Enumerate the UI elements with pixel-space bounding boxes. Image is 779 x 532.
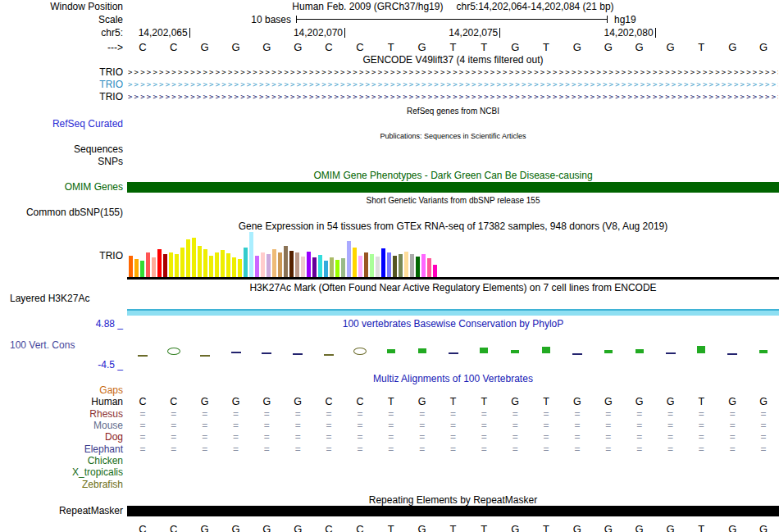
gtex-tissue-bar[interactable] <box>221 250 225 277</box>
species-label-chicken[interactable]: Chicken <box>0 455 123 466</box>
gtex-tissue-bar[interactable] <box>215 252 219 277</box>
alignment-match-mark: = <box>636 443 642 455</box>
phylop-track-label[interactable]: 100 Vert. Cons <box>10 339 75 351</box>
gtex-tissue-bar[interactable] <box>347 241 351 277</box>
dbsnp-track-title[interactable]: Short Genetic Variants from dbSNP releas… <box>127 196 779 205</box>
species-label-human[interactable]: Human <box>0 396 123 407</box>
gtex-tissue-bar[interactable] <box>232 257 236 277</box>
gtex-tissue-bar[interactable] <box>399 254 403 277</box>
repeatmasker-track-title[interactable]: Repeating Elements by RepeatMasker <box>127 494 779 506</box>
gtex-tissue-bar[interactable] <box>376 257 380 277</box>
gtex-tissue-bar[interactable] <box>255 256 259 277</box>
gtex-tissue-bar[interactable] <box>261 252 265 277</box>
gtex-tissue-bar[interactable] <box>203 249 207 277</box>
gtex-tissue-bar[interactable] <box>186 239 190 277</box>
gtex-tissue-bar[interactable] <box>169 252 173 277</box>
aligned-base: G <box>604 396 613 407</box>
gtex-tissue-bar[interactable] <box>370 254 374 277</box>
species-label-gaps[interactable]: Gaps <box>0 384 123 396</box>
gtex-tissue-bar[interactable] <box>152 257 156 277</box>
gtex-tissue-bar[interactable] <box>134 259 139 277</box>
alignment-match-mark: = <box>699 431 704 443</box>
gtex-tissue-bar[interactable] <box>180 248 184 277</box>
h3k27ac-signal-band[interactable] <box>127 311 779 316</box>
base-G: G <box>728 523 736 532</box>
gtex-tissue-bar[interactable] <box>353 248 357 277</box>
snps-label[interactable]: SNPs <box>0 156 123 167</box>
h3k27ac-label[interactable]: Layered H3K27Ac <box>10 293 89 304</box>
gene-label-trio[interactable]: TRIO <box>0 66 123 79</box>
dbsnp-label[interactable]: Common dbSNP(155) <box>0 207 123 218</box>
gene-label-trio[interactable]: TRIO <box>0 91 123 103</box>
gtex-tissue-bar[interactable] <box>146 252 150 277</box>
gtex-tissue-bar[interactable] <box>278 252 282 277</box>
species-label-zebrafish[interactable]: Zebrafish <box>0 479 123 490</box>
gtex-tissue-bar[interactable] <box>198 246 202 277</box>
gtex-tissue-bar[interactable] <box>284 246 288 277</box>
gtex-tissue-bar[interactable] <box>163 254 167 277</box>
gtex-tissue-bar[interactable] <box>209 256 213 277</box>
gtex-tissue-bar[interactable] <box>410 254 414 277</box>
multiz-track-title[interactable]: Multiz Alignments of 100 Vertebrates <box>127 373 779 384</box>
publications-track-title[interactable]: Publications: Sequences in Scientific Ar… <box>127 132 779 140</box>
omim-genes-label[interactable]: OMIM Genes <box>0 182 123 193</box>
gtex-tissue-bar[interactable] <box>416 257 420 277</box>
repeatmasker-element-bar[interactable] <box>127 506 779 516</box>
gene-model-intron-arrows[interactable]: >>>>>>>>>>>>>>>>>>>>>>>>>>>>>>>>>>>>>>>>… <box>128 66 778 79</box>
gtex-tissue-bar[interactable] <box>393 256 397 277</box>
gtex-tissue-bar[interactable] <box>341 258 345 277</box>
gene-label-trio[interactable]: TRIO <box>0 79 123 91</box>
gtex-tissue-bar[interactable] <box>266 254 271 277</box>
gencode-track-title[interactable]: GENCODE V49lift37 (4 items filtered out) <box>127 54 779 66</box>
gtex-tissue-bar[interactable] <box>295 252 299 277</box>
phylop-track-title[interactable]: 100 vertebrates Basewise Conservation by… <box>127 318 779 330</box>
refseq-curated-label[interactable]: RefSeq Curated <box>0 118 123 130</box>
sequences-label[interactable]: Sequences <box>0 143 123 155</box>
species-label-rhesus[interactable]: Rhesus <box>0 408 123 420</box>
gtex-tissue-bar[interactable] <box>358 256 362 277</box>
alignment-match-mark: = <box>512 408 518 420</box>
refseq-track-title[interactable]: RefSeq genes from NCBI <box>127 107 779 116</box>
gtex-tissue-bar[interactable] <box>238 259 242 277</box>
species-label-elephant[interactable]: Elephant <box>0 443 123 455</box>
gtex-tissue-bar[interactable] <box>335 260 339 277</box>
alignment-match-mark: = <box>326 431 332 443</box>
omim-gene-bar[interactable] <box>127 182 779 193</box>
gtex-tissue-bar[interactable] <box>381 248 385 277</box>
gtex-tissue-bar[interactable] <box>140 261 144 277</box>
gtex-tissue-bar[interactable] <box>312 257 317 277</box>
gtex-tissue-bar[interactable] <box>244 248 248 277</box>
omim-track-title[interactable]: OMIM Gene Phenotypes - Dark Green Can Be… <box>127 170 779 181</box>
gene-model-intron-arrows[interactable]: >>>>>>>>>>>>>>>>>>>>>>>>>>>>>>>>>>>>>>>>… <box>128 79 778 91</box>
gene-model-intron-arrows[interactable]: >>>>>>>>>>>>>>>>>>>>>>>>>>>>>>>>>>>>>>>>… <box>128 91 778 103</box>
gtex-tissue-bar[interactable] <box>192 238 196 277</box>
gtex-tissue-bar[interactable] <box>307 252 311 277</box>
gtex-tissue-bar[interactable] <box>330 257 334 277</box>
gtex-tissue-bar[interactable] <box>404 252 408 277</box>
gtex-tissue-bar[interactable] <box>249 232 253 277</box>
gtex-tissue-bar[interactable] <box>421 254 426 277</box>
gtex-tissue-bar[interactable] <box>387 252 391 277</box>
species-label-x_tropicalis[interactable]: X_tropicalis <box>0 466 123 478</box>
gtex-tissue-bar[interactable] <box>226 253 230 277</box>
gtex-tissue-bar[interactable] <box>175 254 179 277</box>
gtex-tissue-bar[interactable] <box>272 249 276 277</box>
gtex-tissue-bar[interactable] <box>427 258 431 277</box>
gtex-tissue-bar[interactable] <box>324 261 328 277</box>
gtex-tissue-bar[interactable] <box>129 256 133 277</box>
gtex-tissue-bar[interactable] <box>157 249 162 277</box>
repeatmasker-label[interactable]: RepeatMasker <box>0 506 123 516</box>
gtex-expression-barchart[interactable] <box>129 231 437 277</box>
gtex-tissue-bar[interactable] <box>301 257 305 277</box>
alignment-match-mark: = <box>264 420 270 431</box>
gtex-track-title[interactable]: Gene Expression in 54 tissues from GTEx … <box>127 221 779 232</box>
gtex-tissue-bar[interactable] <box>364 252 368 277</box>
base-T: T <box>481 41 487 53</box>
gtex-tissue-bar[interactable] <box>289 251 294 277</box>
gtex-tissue-bar[interactable] <box>433 265 437 277</box>
gtex-gene-label[interactable]: TRIO <box>0 250 123 261</box>
species-label-mouse[interactable]: Mouse <box>0 420 123 431</box>
h3k27ac-track-title[interactable]: H3K27Ac Mark (Often Found Near Active Re… <box>127 282 779 293</box>
gtex-tissue-bar[interactable] <box>318 255 322 277</box>
species-label-dog[interactable]: Dog <box>0 431 123 443</box>
